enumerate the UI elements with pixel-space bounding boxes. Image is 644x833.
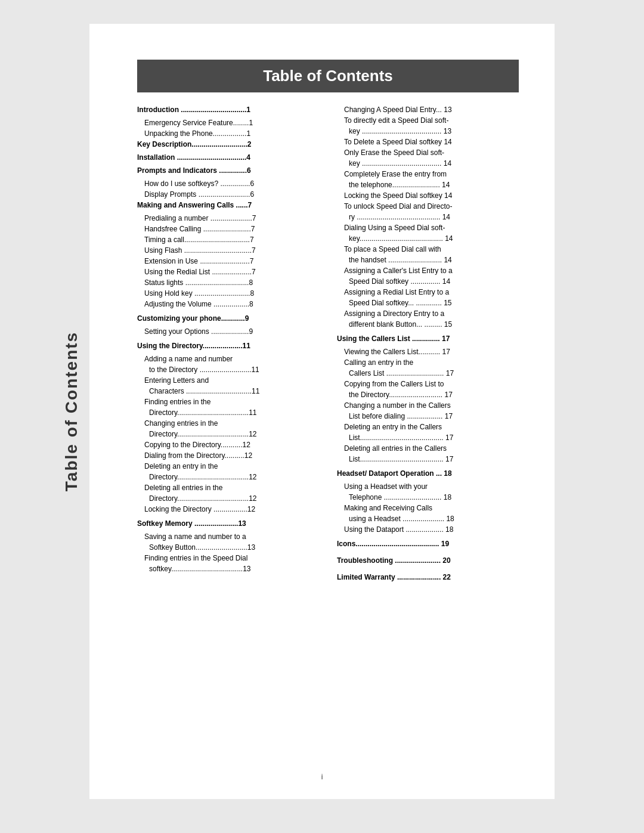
toc-heading: Installation ...........................… [137,152,319,163]
toc-item: Deleting all entries in the [144,482,319,493]
toc-item-sub: Speed Dial softkey ............... 14 [349,276,519,287]
toc-item: Completely Erase the entry from [344,169,519,179]
toc-item-sub: Callers List ...........................… [349,368,519,379]
toc-item: Display Prompts ........................… [144,189,319,200]
toc-item-sub: Directory...............................… [149,429,319,439]
toc-item: Only Erase the Speed Dial soft- [344,147,519,158]
toc-item: Calling an entry in the [344,357,519,368]
sidebar-label: Table of Contents [62,332,81,491]
toc-item: How do I use softkeys? ...............6 [144,178,319,189]
toc-item-sub: ry .....................................… [349,212,519,222]
toc-item: Copying to the Directory...........12 [144,439,319,450]
toc-item-sub: Characters .............................… [149,386,319,397]
toc-item-sub: List....................................… [349,454,519,465]
toc-item: Entering Letters and [144,375,319,386]
toc-item-sub: softkey.................................… [149,563,319,574]
toc-item: Deleting an entry in the Callers [344,422,519,432]
toc-item: Setting your Options ...................… [144,326,319,337]
toc-item-sub: key ....................................… [349,158,519,169]
toc-item: Finding entries in the [144,397,319,407]
toc-heading: Limited Warranty ...................... … [337,572,519,583]
toc-item-sub: List before dialing .................. 1… [349,411,519,422]
toc-item: Deleting an entry in the [144,461,319,472]
toc-item-sub: key.....................................… [349,233,519,244]
toc-item: Assigning a Caller's List Entry to a [344,265,519,276]
toc-item-sub: the handset ........................... … [349,255,519,265]
toc-item: Timing a call...........................… [144,234,319,245]
toc-item: Using the Redial List ..................… [144,267,319,277]
toc-item: Copying from the Callers List to [344,379,519,389]
toc-item: To directly edit a Speed Dial soft- [344,115,519,126]
toc-heading: Icons...................................… [337,538,519,549]
toc-item: To Delete a Speed Dial softkey 14 [344,137,519,147]
toc-item-sub: Speed Dial softkey... ............. 15 [349,298,519,308]
toc-item-sub: to the Directory .......................… [149,364,319,375]
toc-item: Dialing Using a Speed Dial soft- [344,222,519,233]
toc-item: Locking the Directory .................1… [144,504,319,515]
toc-item: Assigning a Redial List Entry to a [344,287,519,298]
title-box: Table of Contents [137,60,519,92]
toc-item-sub: Telephone ............................. … [349,492,519,503]
toc-columns: Introduction ...........................… [137,104,519,585]
toc-right-column: Changing A Speed Dial Entry... 13To dire… [337,104,519,585]
toc-item: Dialing from the Directory..........12 [144,450,319,461]
page: Table of Contents Table of Contents Intr… [89,24,555,799]
toc-item-sub: key ....................................… [349,126,519,137]
toc-item: Changing a number in the Callers [344,400,519,411]
toc-item: Adjusting the Volume ..................8 [144,299,319,309]
toc-heading: Using the Callers List .............. 17 [337,333,519,344]
toc-item-sub: different blank Button... ......... 15 [349,319,519,330]
toc-left-column: Introduction ...........................… [137,104,319,585]
toc-item: Saving a name and number to a [144,531,319,542]
toc-item: Using Hold key .........................… [144,288,319,299]
toc-item-sub: Directory...............................… [149,493,319,504]
toc-heading: Prompts and Indicators ..............6 [137,165,319,176]
footer: i [89,773,555,781]
toc-item-sub: Softkey Button..........................… [149,542,319,553]
toc-heading: Troubleshooting ....................... … [337,555,519,566]
toc-item: Locking the Speed Dial softkey 14 [344,190,519,201]
toc-item: Deleting all entries in the Callers [344,443,519,454]
toc-item-sub: Directory...............................… [149,472,319,482]
toc-item-sub: Directory...............................… [149,407,319,418]
toc-item: Changing A Speed Dial Entry... 13 [344,104,519,115]
toc-item: Assigning a Directory Entry to a [344,308,519,319]
page-title: Table of Contents [149,67,507,85]
toc-heading: Softkey Memory ......................13 [137,518,319,529]
toc-item: Making and Receiving Calls [344,503,519,513]
toc-item: Predialing a number ....................… [144,213,319,224]
toc-item: To unlock Speed Dial and Directo- [344,201,519,212]
toc-item: Finding entries in the Speed Dial [144,553,319,563]
toc-item: Changing entries in the [144,418,319,429]
toc-item: Handsfree Calling ......................… [144,224,319,234]
toc-item-sub: the Directory...........................… [349,389,519,400]
toc-item: Using Flash ............................… [144,245,319,256]
toc-item: Adding a name and number [144,354,319,364]
toc-heading: Customizing your phone............9 [137,313,319,324]
toc-item-sub: the telephone........................ 14 [349,179,519,190]
toc-heading: Headset/ Dataport Operation ... 18 [337,468,519,479]
toc-item: Status lights ..........................… [144,277,319,288]
toc-item: Extension in Use .......................… [144,256,319,267]
toc-heading: Using the Directory....................1… [137,340,319,351]
toc-heading: Introduction ...........................… [137,104,319,115]
page-number: i [321,773,323,781]
toc-item: Viewing the Callers List........... 17 [344,346,519,357]
toc-item-sub: List....................................… [349,432,519,443]
toc-item: To place a Speed Dial call with [344,244,519,255]
toc-item: Unpacking the Phone.................1 [144,128,319,139]
toc-heading: Key Description.........................… [137,139,319,150]
toc-item-sub: using a Headset ..................... 18 [349,513,519,524]
toc-heading: Making and Answering Calls ......7 [137,200,319,210]
toc-item: Using the Dataport ................... 1… [344,524,519,535]
toc-item: Using a Headset with your [344,481,519,492]
toc-item: Emergency Service Feature........1 [144,117,319,128]
